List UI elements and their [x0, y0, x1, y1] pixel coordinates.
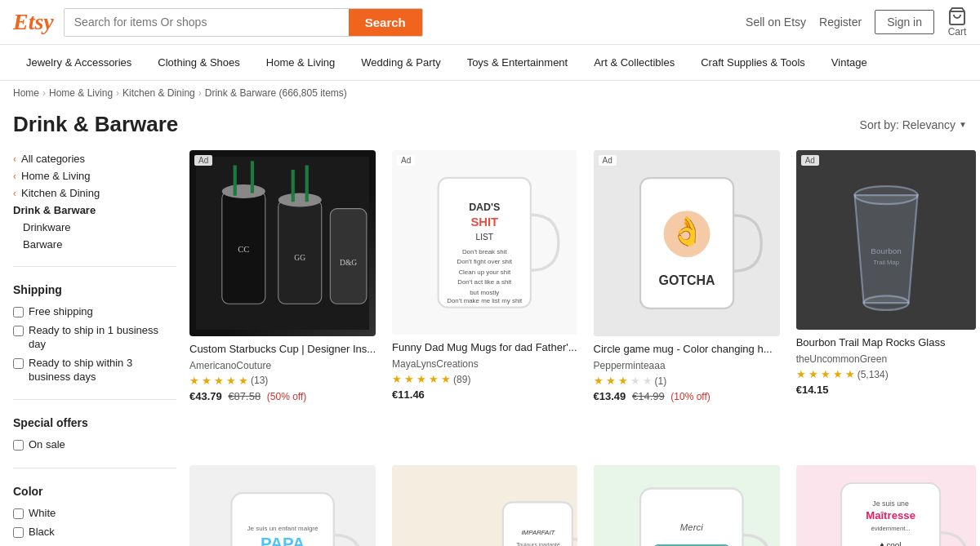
nav-jewelry[interactable]: Jewelry & Accessories — [13, 45, 145, 80]
barware-label: Barware — [23, 238, 62, 251]
product-card-3[interactable]: Ad 👌 GOTCHA Circle game mug - Color chan… — [594, 150, 780, 449]
nav-wedding[interactable]: Wedding & Party — [348, 45, 453, 80]
page-title-row: Drink & Barware Sort by: Relevancy ▼ — [0, 105, 980, 150]
shipping-3days[interactable]: Ready to ship within 3 business days — [13, 354, 176, 387]
svg-text:but mostly: but mostly — [470, 289, 499, 296]
search-bar: Search — [64, 8, 423, 37]
review-count-2: (89) — [453, 374, 470, 385]
search-input[interactable] — [65, 9, 349, 36]
product-img-placeholder-1: CC GG D&G — [189, 150, 376, 336]
sidebar-drinkware[interactable]: Drinkware — [13, 219, 176, 236]
on-sale-checkbox[interactable] — [13, 440, 24, 451]
svg-text:Don't act like a shit: Don't act like a shit — [457, 278, 512, 286]
offer-on-sale[interactable]: On sale — [13, 436, 176, 455]
product-card-8[interactable]: Je suis une Maîtresse évidemment... ♦ co… — [796, 465, 976, 546]
price-main-3: €13.49 — [594, 390, 626, 402]
review-count-4: (5,134) — [858, 369, 889, 380]
nav-vintage[interactable]: Vintage — [818, 45, 880, 80]
breadcrumb-kitchen[interactable]: Kitchen & Dining — [122, 87, 195, 99]
product-img-placeholder-8: Je suis une Maîtresse évidemment... ♦ co… — [796, 465, 976, 546]
price-main-4: €14.15 — [796, 384, 829, 396]
product-title-2: Funny Dad Mug Mugs for dad Father'... — [392, 341, 577, 355]
product-card-4[interactable]: Ad Bourbon Trail Map Bourbon Trail Map R… — [796, 150, 976, 449]
nav-art[interactable]: Art & Collectibles — [581, 45, 688, 80]
breadcrumb: Home › Home & Living › Kitchen & Dining … — [0, 81, 980, 105]
sort-control[interactable]: Sort by: Relevancy ▼ — [860, 118, 967, 131]
ship-1day-checkbox[interactable] — [13, 326, 24, 336]
product-card-6[interactable]: IMPARFAIT Toujours inadapté Pour dire je… — [392, 465, 577, 546]
svg-rect-5 — [278, 200, 322, 304]
product-image-4: Ad Bourbon Trail Map — [796, 150, 976, 330]
svg-text:Don't make me list my shit: Don't make me list my shit — [447, 297, 523, 304]
color-black-checkbox[interactable] — [13, 527, 24, 538]
price-original-1: €87.58 — [228, 390, 261, 402]
product-stars-4: ★ ★ ★ ★ ★ (5,134) — [796, 368, 976, 380]
breadcrumb-home-living[interactable]: Home & Living — [49, 87, 113, 99]
nav-home[interactable]: Home & Living — [253, 45, 349, 80]
price-original-3: €14.99 — [632, 390, 665, 402]
free-shipping-checkbox[interactable] — [13, 307, 24, 317]
product-image-3: Ad 👌 GOTCHA — [594, 150, 780, 336]
product-title-3: Circle game mug - Color changing h... — [594, 343, 780, 357]
review-count-3: (1) — [655, 375, 667, 387]
svg-text:Maîtresse: Maîtresse — [866, 509, 915, 522]
kitchen-dining-label: Kitchen & Dining — [21, 187, 100, 199]
product-image-6: IMPARFAIT Toujours inadapté Pour dire je… — [392, 465, 577, 546]
star-1: ★ — [594, 375, 604, 387]
svg-point-6 — [278, 193, 322, 207]
product-img-placeholder-4: Bourbon Trail Map — [796, 150, 976, 330]
color-black[interactable]: Black — [13, 523, 176, 542]
sidebar-kitchen-dining[interactable]: ‹ Kitchen & Dining — [13, 184, 176, 202]
etsy-logo[interactable]: Etsy — [13, 9, 54, 35]
back-arrow-icon: ‹ — [13, 153, 16, 165]
svg-text:Je suis une: Je suis une — [872, 499, 909, 508]
product-stars-2: ★ ★ ★ ★ ★ (89) — [392, 373, 577, 385]
ship-3days-checkbox[interactable] — [13, 358, 24, 369]
star-2: ★ — [606, 375, 616, 387]
header-actions: Sell on Etsy Register Sign in Cart — [746, 7, 967, 38]
svg-point-3 — [222, 184, 265, 198]
nav-craft[interactable]: Craft Supplies & Tools — [688, 45, 818, 80]
nav-toys[interactable]: Toys & Entertainment — [454, 45, 581, 80]
product-shop-1: AmericanoCouture — [189, 360, 376, 371]
sidebar-drink-barware[interactable]: Drink & Barware — [13, 202, 176, 219]
color-blue[interactable]: Blue — [13, 542, 176, 546]
product-card-7[interactable]: Merci MAÎTRE Pour cette chère année Sign… — [594, 465, 780, 546]
search-button[interactable]: Search — [349, 9, 422, 36]
svg-text:DAD'S: DAD'S — [469, 202, 500, 213]
sidebar-home-living[interactable]: ‹ Home & Living — [13, 167, 176, 184]
drinkware-label: Drinkware — [23, 221, 71, 233]
svg-text:GOTCHA: GOTCHA — [658, 273, 715, 287]
svg-text:SHIT: SHIT — [471, 215, 499, 229]
svg-text:évidemment...: évidemment... — [871, 526, 910, 533]
color-white-checkbox[interactable] — [13, 508, 24, 519]
drink-barware-label: Drink & Barware — [13, 204, 96, 216]
signin-button[interactable]: Sign in — [875, 10, 934, 34]
product-card-5[interactable]: Je suis un enfant malgré PAPA F ORM DABL… — [189, 465, 376, 546]
color-white[interactable]: White — [13, 504, 176, 523]
special-offers-title: Special offers — [13, 416, 176, 429]
sidebar-barware[interactable]: Barware — [13, 236, 176, 253]
sidebar-all-categories[interactable]: ‹ All categories — [13, 150, 176, 167]
free-shipping-label: Free shipping — [29, 305, 93, 319]
sidebar-special-offers: Special offers On sale — [13, 416, 176, 468]
color-white-label: White — [29, 507, 56, 521]
star-2: ★ — [404, 373, 414, 385]
cart-label: Cart — [948, 26, 967, 38]
svg-rect-46 — [503, 503, 572, 546]
svg-rect-8 — [330, 209, 367, 304]
shipping-free[interactable]: Free shipping — [13, 303, 176, 322]
product-card-1[interactable]: Ad CC GG D&G — [189, 150, 376, 449]
product-shop-3: Pepperminteaaa — [594, 360, 780, 371]
star-3: ★ — [214, 375, 224, 387]
star-4: ★ — [226, 375, 236, 387]
svg-text:D&G: D&G — [340, 258, 357, 267]
sidebar-shipping: Shipping Free shipping Ready to ship in … — [13, 283, 176, 400]
product-card-2[interactable]: Ad DAD'S SHIT LIST Don't break shit Don'… — [392, 150, 577, 449]
sell-on-etsy-link[interactable]: Sell on Etsy — [746, 16, 806, 29]
cart-icon[interactable]: Cart — [947, 7, 967, 38]
nav-clothing[interactable]: Clothing & Shoes — [145, 45, 252, 80]
register-link[interactable]: Register — [819, 16, 862, 29]
shipping-1day[interactable]: Ready to ship in 1 business day — [13, 322, 176, 354]
breadcrumb-home[interactable]: Home — [13, 87, 39, 99]
